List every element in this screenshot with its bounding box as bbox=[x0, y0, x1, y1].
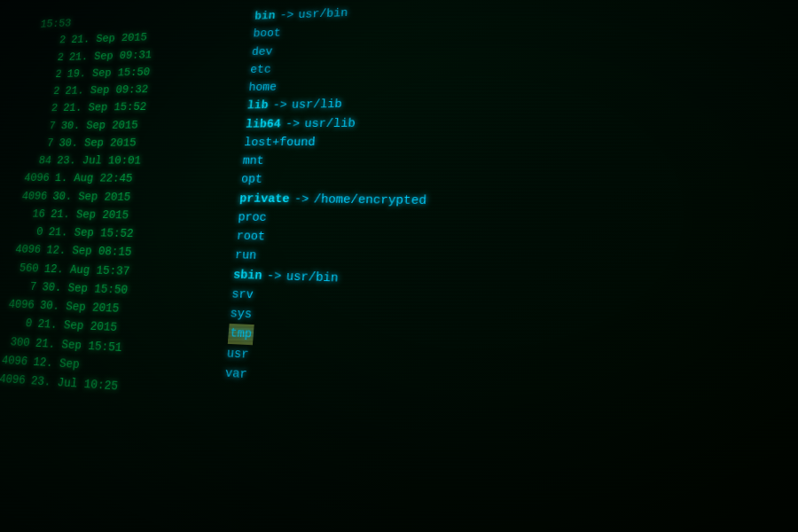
line-8: 730. Sep 2015 bbox=[25, 134, 233, 153]
line-7: 730. Sep 2015 bbox=[27, 115, 234, 135]
file-lost-found: lost+found bbox=[244, 129, 798, 152]
right-column: bin -> usr/bin boot dev etc home lib bbox=[200, 0, 798, 532]
line-9: 8423. Jul 10:01 bbox=[22, 152, 231, 170]
terminal-content: 15:53 221. Sep 2015 221. Sep 09:31 219. … bbox=[0, 0, 798, 532]
line-10: 40961. Aug 22:45 bbox=[20, 169, 230, 189]
line-6: 221. Sep 15:52 bbox=[29, 98, 236, 118]
file-mnt: mnt bbox=[242, 151, 798, 172]
terminal-window: 15:53 221. Sep 2015 221. Sep 09:31 219. … bbox=[0, 0, 798, 532]
